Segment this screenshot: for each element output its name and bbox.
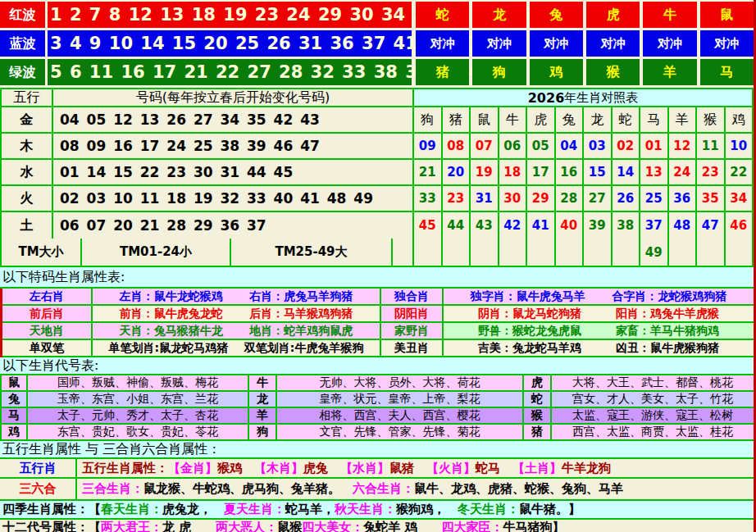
wuxing-zodiac-label: 五行肖 — [0, 459, 77, 477]
section-title-codes: 以下生肖代号表: — [0, 357, 754, 375]
text-segment: 牛马猪狗】 — [503, 520, 564, 532]
element-label: 水 — [2, 160, 53, 184]
text-segment: 鼠猪 — [389, 461, 426, 476]
attribute-text: 凶丑：鼠牛虎猴狗猪 — [616, 341, 719, 356]
attribute-content: 阴肖：鼠龙马蛇狗猪阳肖：鸡兔牛羊虎猴 — [444, 306, 754, 321]
zodiac-number-cell: 08 — [443, 134, 471, 158]
element-label: 木 — [2, 134, 53, 158]
tm-zodiac-cell — [414, 239, 443, 266]
text-segment: 鼠牛、龙鸡、虎猪、蛇猴、兔狗、马羊 — [414, 481, 623, 497]
attribute-label: 独合肖 — [381, 289, 444, 304]
tm-big-range: TM25-49大 — [231, 239, 393, 266]
element-numbers: 01 14 15 22 23 30 31 44 45 — [53, 160, 414, 184]
code-zodiac-label: 马 — [2, 408, 28, 423]
tm-zodiac-cell — [556, 239, 585, 266]
code-zodiac-label: 虎 — [524, 375, 552, 390]
zodiac-number-cell: 46 — [726, 212, 753, 239]
attribute-label: 阴阳肖 — [381, 306, 444, 321]
attribute-label: 单双笔 — [2, 340, 93, 356]
attribute-text: 阳肖：鸡兔牛羊虎猴 — [616, 307, 719, 321]
wave-zodiac-cell: 虎 — [586, 2, 640, 28]
code-zodiac-label: 鸡 — [2, 425, 28, 439]
zodiac-number-cell: 23 — [697, 160, 726, 184]
element-label: 金 — [2, 107, 53, 132]
text-segment: 猴狗鸡， — [396, 502, 458, 517]
code-row: 鼠国师、叛贼、神偷、叛贼、梅花牛无帅、大将、员外、大将、荷花虎大将、大王、武士、… — [2, 375, 754, 392]
zodiac-number-cell: 29 — [527, 186, 556, 211]
attribute-label: 家野肖 — [381, 323, 444, 339]
code-zodiac-label: 龙 — [249, 392, 277, 407]
attribute-text: 吉美：兔龙蛇马羊鸡 — [478, 341, 581, 356]
code-names: 玉帝、东宫、小姐、东宫、兰花 — [28, 392, 249, 407]
zodiac-number-cell: 30 — [499, 186, 528, 211]
tm-size-label: TM大小 — [2, 239, 82, 266]
text-segment: 虎兔龙， — [162, 502, 224, 517]
zodiac-number-cell: 45 — [414, 212, 443, 239]
code-zodiac-label: 兔 — [2, 392, 28, 407]
tm-zodiac-cell — [471, 239, 499, 266]
zodiac-number-cell: 16 — [556, 160, 585, 184]
text-segment: 猴鸡 — [217, 461, 254, 476]
tm-zodiac-cell — [584, 239, 613, 266]
zodiac-header-cell: 羊 — [669, 107, 698, 132]
wave-zodiac-cells: 蛇龙兔虎牛鼠 — [416, 2, 754, 28]
attribute-text: 左肖：鼠牛龙蛇猴鸡 — [120, 289, 223, 304]
wuxing-zodiac-row: 五行肖 五行生肖属性：【金肖】猴鸡 【木肖】虎兔 【水肖】鼠猪 【火肖】蛇马 【… — [0, 459, 754, 479]
wave-zodiac-cell: 兔 — [530, 2, 583, 28]
zodiac-number-cell: 05 — [527, 134, 556, 158]
text-segment: 六合生肖： — [353, 481, 414, 497]
wave-zodiac-cells: 对冲对冲对冲对冲对冲对冲 — [416, 30, 754, 57]
zodiac-header-cell: 虎 — [527, 107, 556, 132]
tm-zodiac-cell — [527, 239, 556, 266]
wave-label: 蓝波 — [0, 30, 45, 57]
zodiac-header-cell: 龙 — [584, 107, 613, 132]
attribute-text: 野兽：猴蛇龙兔虎鼠 — [478, 324, 581, 339]
text-segment: 蛇马羊， — [285, 502, 335, 517]
wave-zodiac-cell: 狗 — [472, 59, 526, 85]
attribute-label: 天地肖 — [2, 323, 93, 339]
code-names: 西宫、太监、商贾、太监、桂花 — [552, 425, 754, 439]
attribute-table: 左右肖左肖：鼠牛龙蛇猴鸡右肖：虎兔马羊狗猪独合肖独字肖：鼠牛虎兔马羊合字肖：龙蛇… — [0, 289, 754, 357]
attribute-text: 地肖：蛇羊鸡狗鼠虎 — [249, 324, 353, 339]
attribute-row: 前后肖前肖：鼠牛虎兔龙蛇后肖：马羊猴鸡狗猪阴阳肖阴肖：鼠龙马蛇狗猪阳肖：鸡兔牛羊… — [2, 306, 754, 323]
zodiac-number-cell: 20 — [443, 160, 471, 184]
zodiac-number-cell: 41 — [527, 212, 556, 239]
zodiac-header-cell: 狗 — [414, 107, 443, 132]
zodiac-number-cell: 11 — [697, 134, 726, 158]
text-segment: 三合生肖： — [82, 481, 143, 497]
tm-small-range: TM01-24小 — [82, 239, 231, 266]
text-segment: 兔蛇羊 鸡 — [363, 520, 441, 532]
code-zodiac-label: 狗 — [249, 425, 277, 439]
wave-numbers: 3 4 9 10 14 15 20 25 26 31 36 37 41 42 4… — [48, 30, 412, 57]
wave-label: 红波 — [0, 2, 45, 28]
sanliu-segments: 三合生肖：鼠龙猴、牛蛇鸡、虎马狗、兔羊猪。 六合生肖：鼠牛、龙鸡、虎猪、蛇猴、兔… — [77, 479, 623, 499]
tm-zodiac-cell — [499, 239, 528, 266]
zodiac-number-cell: 37 — [640, 212, 669, 239]
zodiac-number-cell: 33 — [414, 186, 443, 211]
zodiac-number-cell: 36 — [669, 186, 698, 211]
tm-zodiac-cell — [669, 239, 698, 266]
section-title-wuxing: 五行生肖属性 与 三合肖六合肖属性： — [0, 441, 754, 459]
tm-zodiac-cell: 49 — [640, 239, 669, 266]
zodiac-number-cell: 10 — [726, 134, 753, 158]
code-row: 兔玉帝、东宫、小姐、东宫、兰花龙皇帝、状元、皇帝、上帝、梨花蛇宫女、才人、美女、… — [2, 392, 754, 408]
element-label: 土 — [2, 212, 53, 239]
attribute-label: 美丑肖 — [381, 340, 444, 356]
wave-table: 红波1 2 7 8 12 13 18 19 23 24 29 30 34 35 … — [0, 0, 754, 85]
zodiac-number-cell: 35 — [697, 186, 726, 211]
zodiac-table-title: 2026年生肖对照表 — [414, 89, 752, 106]
wave-zodiac-cell: 龙 — [472, 2, 526, 28]
text-segment: 【土肖】 — [512, 461, 562, 476]
attribute-content: 野兽：猴蛇龙兔虎鼠家畜：羊马牛猪狗鸡 — [444, 323, 754, 339]
element-numbers: 08 09 16 17 24 25 38 39 46 47 — [53, 134, 414, 158]
wave-numbers: 5 6 11 16 17 21 22 27 28 32 33 38 39 43 … — [48, 59, 412, 85]
code-zodiac-label: 牛 — [249, 375, 277, 390]
zodiac-header-cell: 鼠 — [471, 107, 499, 132]
zodiac-number-cell: 22 — [726, 160, 753, 184]
zodiac-header-cell: 蛇 — [613, 107, 641, 132]
numbers-column-header: 号码(每年按立春后开始变化号码) — [53, 89, 414, 106]
zodiac-number-cell: 28 — [556, 186, 585, 211]
code-names: 相将、西宫、夫人、西宫、樱花 — [277, 408, 524, 423]
zodiac-header-cell: 马 — [640, 107, 669, 132]
attribute-text: 天肖：兔马猴猪牛龙 — [120, 324, 223, 339]
